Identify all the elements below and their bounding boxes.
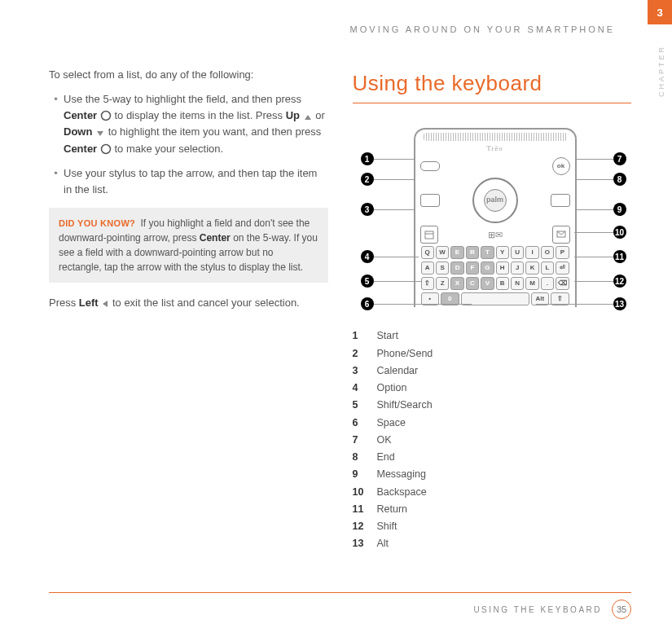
legend-row: 10Backspace <box>353 484 632 501</box>
center-button-icon <box>100 143 112 155</box>
phone-outline: Trēo ok palm <box>414 128 577 307</box>
did-you-know-box: DID YOU KNOW? If you highlight a field a… <box>49 208 328 283</box>
screen-edge <box>424 133 567 141</box>
callout-9: 9 <box>613 203 626 216</box>
callout-2: 2 <box>361 173 374 186</box>
key-row-3: ⇧ Z X C V B N M . ⌫ <box>421 277 569 290</box>
start-button <box>420 161 440 171</box>
down-label: Down <box>64 125 92 138</box>
callout-3: 3 <box>361 203 374 216</box>
callout-line <box>577 209 613 210</box>
legend-row: 13Alt <box>353 535 632 552</box>
svg-rect-5 <box>425 231 433 239</box>
legend-label: Alt <box>377 535 389 552</box>
key: . <box>541 277 554 290</box>
callout-line <box>374 304 472 305</box>
callout-8: 8 <box>613 173 626 186</box>
intro-text: To select from a list, do any of the fol… <box>49 67 328 83</box>
callout-4: 4 <box>361 250 374 263</box>
svg-point-3 <box>101 144 110 153</box>
bullet-item-2: Use your stylus to tap the arrow, and th… <box>64 165 328 198</box>
key: E <box>450 246 463 259</box>
key: S <box>436 261 449 275</box>
callout-13: 13 <box>613 297 626 310</box>
callout-line <box>577 179 613 180</box>
left-label: Left <box>79 297 99 309</box>
legend-row: 5Shift/Search <box>353 397 632 414</box>
windows-icon: ⊞ <box>488 228 495 242</box>
top-button-row: ok <box>420 157 570 175</box>
chapter-side-label: CHAPTER <box>657 45 665 97</box>
legend-label: Shift <box>377 518 397 535</box>
callout-1: 1 <box>361 152 374 165</box>
brand-logo: Trēo <box>420 143 570 155</box>
left-column: To select from a list, do any of the fol… <box>49 67 328 553</box>
key: F <box>466 261 479 275</box>
manual-page: MOVING AROUND ON YOUR SMARTPHONE 3 CHAPT… <box>0 0 672 637</box>
legend-label: Messaging <box>377 466 426 483</box>
key: B <box>496 277 509 290</box>
callout-line <box>536 304 613 305</box>
footer-section-title: USING THE KEYBOARD <box>473 605 602 614</box>
up-label: Up <box>286 109 300 121</box>
svg-marker-4 <box>103 301 108 307</box>
center-label: Center <box>64 109 97 121</box>
svg-point-0 <box>101 112 110 121</box>
key: Z <box>436 277 449 290</box>
callout-11: 11 <box>613 250 626 263</box>
keyboard-legend: 1Start 2Phone/Send 3Calendar 4Option 5Sh… <box>353 327 632 552</box>
send-button <box>420 194 440 207</box>
legend-row: 6Space <box>353 415 632 432</box>
text-fragment: Press <box>49 297 79 309</box>
return-key: ⏎ <box>556 261 569 275</box>
key: H <box>496 261 509 275</box>
down-arrow-icon <box>95 130 105 138</box>
key: Q <box>421 246 434 259</box>
up-arrow-icon <box>303 113 313 121</box>
callout-line <box>574 232 613 233</box>
key: W <box>436 246 449 259</box>
text-fragment: to exit the list and cancel your selecti… <box>112 297 300 309</box>
legend-label: OK <box>377 432 392 449</box>
callout-line <box>574 257 613 257</box>
key: L <box>541 261 554 275</box>
callout-line <box>374 209 415 210</box>
legend-label: Return <box>377 501 408 518</box>
heading-rule <box>353 103 632 103</box>
callout-line <box>374 159 415 160</box>
left-arrow-icon <box>101 299 109 309</box>
key: N <box>511 277 524 290</box>
legend-label: Start <box>377 327 398 345</box>
legend-label: Option <box>377 380 407 397</box>
dpad-ring: palm <box>472 178 518 223</box>
messaging-button <box>552 226 570 244</box>
legend-label: Backspace <box>377 484 427 501</box>
text-fragment: to make your selection. <box>114 143 223 155</box>
callout-line <box>374 257 419 257</box>
callout-line <box>577 159 613 160</box>
text-fragment: Use the 5-way to highlight the field, an… <box>64 93 301 105</box>
mid-button-row: palm <box>420 178 570 223</box>
chapter-number-tab: 3 <box>648 0 672 24</box>
legend-row: 4Option <box>353 380 632 397</box>
key: T <box>481 246 494 259</box>
key: O <box>541 246 554 259</box>
callout-line <box>574 281 613 282</box>
key: X <box>450 277 463 290</box>
callout-6: 6 <box>361 297 374 310</box>
text-fragment: or <box>315 109 325 121</box>
end-button <box>551 194 570 207</box>
svg-marker-2 <box>97 131 103 136</box>
running-header: MOVING AROUND ON YOUR SMARTPHONE <box>49 24 615 34</box>
legend-row: 7OK <box>353 432 632 449</box>
ok-button: ok <box>552 157 570 175</box>
callout-line <box>374 179 415 180</box>
key: V <box>481 277 494 290</box>
key: G <box>481 261 494 275</box>
calendar-button <box>420 226 438 244</box>
right-column: Using the keyboard Trēo ok palm <box>353 67 632 553</box>
text-fragment: to highlight the item you want, and then… <box>108 125 322 138</box>
key: K <box>525 261 538 275</box>
dpad-center: palm <box>484 189 507 212</box>
bullet-item-1: Use the 5-way to highlight the field, an… <box>64 91 328 157</box>
